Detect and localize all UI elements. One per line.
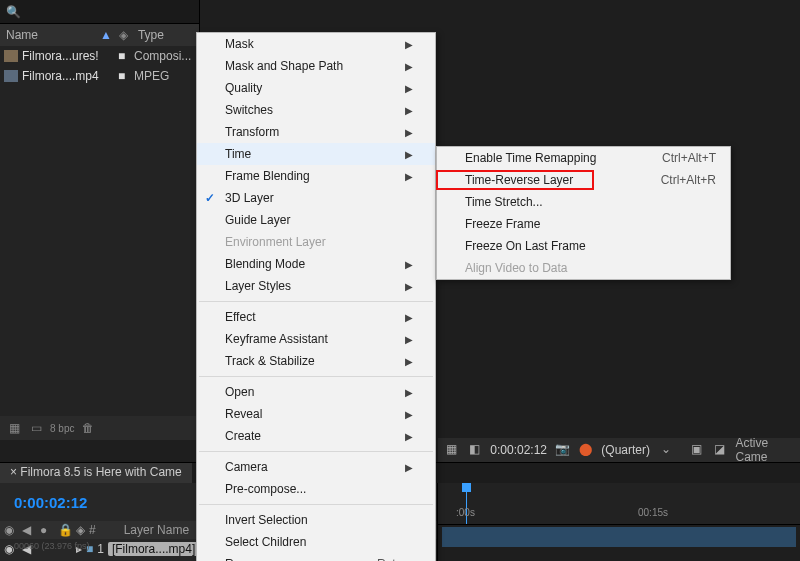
index-column[interactable]: # <box>89 523 96 537</box>
timeline-ruler[interactable]: :00s 00:15s <box>438 483 800 525</box>
trash-icon[interactable]: 🗑 <box>80 421 96 435</box>
menu-item-layer-styles[interactable]: Layer Styles▶ <box>197 275 435 297</box>
movie-icon <box>4 70 18 82</box>
submenu-arrow-icon: ▶ <box>405 387 413 398</box>
submenu-item-enable-time-remapping[interactable]: Enable Time RemappingCtrl+Alt+T <box>437 147 730 169</box>
tab-label: Filmora 8.5 is Here with Came <box>20 465 181 479</box>
menu-item-label: Switches <box>225 103 405 117</box>
mask-toggle-icon[interactable]: ◧ <box>467 442 482 458</box>
menu-item-effect[interactable]: Effect▶ <box>197 306 435 328</box>
menu-item-select-children[interactable]: Select Children <box>197 531 435 553</box>
menu-item-label: Select Children <box>225 535 413 549</box>
file-type: MPEG <box>134 69 199 83</box>
menu-item-switches[interactable]: Switches▶ <box>197 99 435 121</box>
menu-item-guide-layer[interactable]: Guide Layer <box>197 209 435 231</box>
layer-track-bar[interactable] <box>442 527 796 547</box>
menu-item-reveal[interactable]: Reveal▶ <box>197 403 435 425</box>
menu-item-pre-compose-[interactable]: Pre-compose... <box>197 478 435 500</box>
menu-shortcut: Return <box>377 557 413 561</box>
label-column-icon[interactable]: ◈ <box>76 523 85 537</box>
submenu-item-label: Enable Time Remapping <box>465 151 662 165</box>
project-column-header[interactable]: Name ▲ ◈ Type <box>0 24 199 46</box>
menu-item-label: Environment Layer <box>225 235 413 249</box>
menu-item-frame-blending[interactable]: Frame Blending▶ <box>197 165 435 187</box>
menu-item-mask[interactable]: Mask▶ <box>197 33 435 55</box>
grid-icon[interactable]: ▦ <box>444 442 459 458</box>
menu-item-keyframe-assistant[interactable]: Keyframe Assistant▶ <box>197 328 435 350</box>
submenu-arrow-icon: ▶ <box>405 105 413 116</box>
lock-column-icon[interactable]: 🔒 <box>58 523 72 537</box>
search-icon: 🔍 <box>6 5 21 19</box>
snapshot-icon[interactable]: 📷 <box>555 442 570 458</box>
menu-item-label: Camera <box>225 460 405 474</box>
menu-item-label: Keyframe Assistant <box>225 332 405 346</box>
view-icon[interactable]: ▣ <box>689 442 704 458</box>
layer-name[interactable]: [Filmora....mp4] <box>108 542 199 556</box>
playhead-framerate: 00060 (23.976 fps) <box>14 541 90 551</box>
project-row[interactable]: Filmora...ures! ■ Composi... <box>0 46 199 66</box>
submenu-shortcut: Ctrl+Alt+T <box>662 151 716 165</box>
menu-item-label: Invert Selection <box>225 513 413 527</box>
menu-item-transform[interactable]: Transform▶ <box>197 121 435 143</box>
resolution-dropdown[interactable]: (Quarter) <box>601 443 650 457</box>
project-search-input[interactable] <box>27 5 199 19</box>
menu-item-label: Transform <box>225 125 405 139</box>
active-camera-dropdown[interactable]: Active Came <box>736 436 800 464</box>
menu-item-create[interactable]: Create▶ <box>197 425 435 447</box>
column-name[interactable]: Name <box>0 28 100 42</box>
submenu-item-time-reverse-layer[interactable]: Time-Reverse LayerCtrl+Alt+R <box>437 169 730 191</box>
menu-item-quality[interactable]: Quality▶ <box>197 77 435 99</box>
project-row[interactable]: Filmora....mp4 ■ MPEG <box>0 66 199 86</box>
tag-icon[interactable]: ◈ <box>116 28 132 42</box>
view2-icon[interactable]: ◪ <box>712 442 727 458</box>
menu-item-label: Mask and Shape Path <box>225 59 405 73</box>
menu-item-label: Track & Stabilize <box>225 354 405 368</box>
timeline-right: :00s 00:15s <box>438 483 800 561</box>
menu-item-open[interactable]: Open▶ <box>197 381 435 403</box>
menu-item-rename[interactable]: RenameReturn <box>197 553 435 561</box>
file-tag: ■ <box>118 49 134 63</box>
column-type[interactable]: Type <box>132 28 199 42</box>
menu-item-label: Time <box>225 147 405 161</box>
menu-item-invert-selection[interactable]: Invert Selection <box>197 509 435 531</box>
submenu-item-label: Align Video to Data <box>465 261 716 275</box>
submenu-item-label: Time Stretch... <box>465 195 716 209</box>
audio-column-icon[interactable]: ◀ <box>22 523 36 537</box>
submenu-item-time-stretch-[interactable]: Time Stretch... <box>437 191 730 213</box>
project-search-row: 🔍 <box>0 0 199 24</box>
submenu-item-label: Time-Reverse Layer <box>465 173 661 187</box>
chevron-down-icon[interactable]: ⌄ <box>658 442 673 458</box>
menu-item-time[interactable]: Time▶ <box>197 143 435 165</box>
preview-time[interactable]: 0:00:02:12 <box>490 443 547 457</box>
interpret-icon[interactable]: ▦ <box>6 421 22 435</box>
submenu-item-align-video-to-data: Align Video to Data <box>437 257 730 279</box>
color-icon[interactable]: ⬤ <box>578 442 593 458</box>
project-panel: 🔍 Name ▲ ◈ Type Filmora...ures! ■ Compos… <box>0 0 200 440</box>
menu-item-label: Frame Blending <box>225 169 405 183</box>
folder-icon[interactable]: ▭ <box>28 421 44 435</box>
submenu-arrow-icon: ▶ <box>405 356 413 367</box>
submenu-arrow-icon: ▶ <box>405 312 413 323</box>
solo-column-icon[interactable]: ● <box>40 523 54 537</box>
menu-item-mask-and-shape-path[interactable]: Mask and Shape Path▶ <box>197 55 435 77</box>
sort-arrow-icon[interactable]: ▲ <box>100 28 112 42</box>
submenu-arrow-icon: ▶ <box>405 409 413 420</box>
menu-item-camera[interactable]: Camera▶ <box>197 456 435 478</box>
submenu-arrow-icon: ▶ <box>405 431 413 442</box>
submenu-arrow-icon: ▶ <box>405 127 413 138</box>
submenu-arrow-icon: ▶ <box>405 61 413 72</box>
menu-item-3d-layer[interactable]: ✓3D Layer <box>197 187 435 209</box>
playhead-time[interactable]: 0:00:02:12 <box>14 494 87 511</box>
menu-item-environment-layer: Environment Layer <box>197 231 435 253</box>
file-type: Composi... <box>134 49 199 63</box>
eye-column-icon[interactable]: ◉ <box>4 523 18 537</box>
bpc-indicator[interactable]: 8 bpc <box>50 423 74 434</box>
menu-item-track-stabilize[interactable]: Track & Stabilize▶ <box>197 350 435 372</box>
menu-item-label: Pre-compose... <box>225 482 413 496</box>
submenu-arrow-icon: ▶ <box>405 462 413 473</box>
menu-item-blending-mode[interactable]: Blending Mode▶ <box>197 253 435 275</box>
submenu-item-freeze-frame[interactable]: Freeze Frame <box>437 213 730 235</box>
menu-item-label: Layer Styles <box>225 279 405 293</box>
tab-composition[interactable]: × Filmora 8.5 is Here with Came <box>0 463 192 483</box>
submenu-item-freeze-on-last-frame[interactable]: Freeze On Last Frame <box>437 235 730 257</box>
